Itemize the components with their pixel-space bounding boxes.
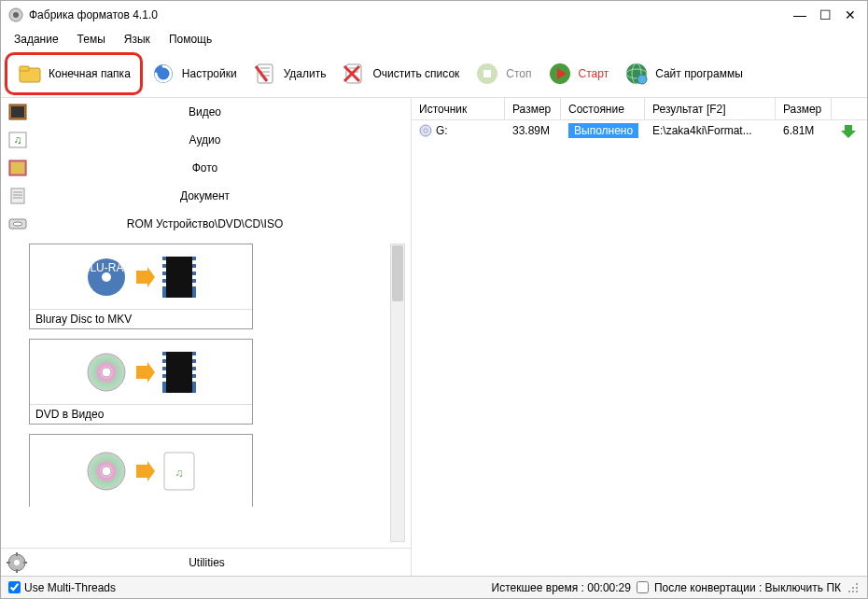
svg-marker-51 bbox=[136, 362, 155, 383]
multithread-label: Use Multi-Threads bbox=[24, 581, 116, 594]
svg-point-50 bbox=[102, 368, 111, 377]
category-document[interactable]: Документ bbox=[1, 182, 411, 210]
multithread-checkbox[interactable] bbox=[8, 581, 21, 593]
category-rom[interactable]: ROM Устройство\DVD\CD\ISO bbox=[1, 210, 411, 238]
svg-point-79 bbox=[848, 591, 850, 592]
maximize-button[interactable]: ☐ bbox=[819, 7, 832, 22]
svg-rect-61 bbox=[192, 378, 196, 382]
audio-icon: ♫ bbox=[7, 131, 29, 149]
category-rom-label: ROM Устройство\DVD\CD\ISO bbox=[36, 217, 405, 230]
cell-action[interactable] bbox=[832, 121, 867, 140]
menubar: Задание Темы Язык Помощь bbox=[1, 29, 867, 49]
svg-rect-41 bbox=[162, 260, 166, 264]
elapsed-time: Истекшее время : 00:00:29 bbox=[492, 581, 631, 594]
preset-bluray-mkv[interactable]: BLU-RAY Bluray Disc to MKV bbox=[29, 244, 253, 329]
menu-task[interactable]: Задание bbox=[7, 31, 66, 48]
preset-dvd-video[interactable]: DVD в Видео bbox=[29, 339, 253, 425]
svg-point-68 bbox=[14, 560, 20, 565]
th-source[interactable]: Источник bbox=[412, 98, 505, 119]
preset-scrollbar[interactable] bbox=[390, 244, 405, 542]
svg-marker-64 bbox=[136, 461, 155, 481]
clear-list-label: Очистить список bbox=[372, 67, 459, 80]
svg-rect-3 bbox=[20, 66, 29, 71]
svg-point-77 bbox=[852, 587, 854, 589]
svg-rect-48 bbox=[192, 283, 196, 286]
stop-button[interactable]: Стоп bbox=[467, 57, 539, 91]
preset-art: BLU-RAY bbox=[30, 244, 252, 309]
website-button[interactable]: Сайт программы bbox=[616, 57, 750, 91]
minimize-button[interactable]: — bbox=[793, 7, 806, 22]
svg-rect-40 bbox=[166, 257, 192, 298]
website-label: Сайт программы bbox=[655, 67, 743, 80]
svg-rect-16 bbox=[483, 70, 491, 77]
gear-icon bbox=[7, 552, 27, 573]
th-size[interactable]: Размер bbox=[505, 98, 561, 119]
svg-rect-53 bbox=[166, 352, 192, 393]
settings-button[interactable]: Настройки bbox=[143, 57, 245, 91]
globe-icon bbox=[623, 61, 650, 87]
svg-rect-46 bbox=[192, 268, 196, 272]
scrollbar-thumb[interactable] bbox=[392, 245, 403, 301]
delete-icon bbox=[252, 61, 278, 87]
category-document-label: Документ bbox=[36, 189, 405, 202]
svg-rect-55 bbox=[162, 363, 166, 367]
output-folder-label: Конечная папка bbox=[49, 67, 131, 80]
category-video[interactable]: Видео bbox=[1, 98, 411, 126]
utilities-label: Utilities bbox=[35, 556, 405, 569]
settings-icon bbox=[150, 61, 176, 87]
photo-icon bbox=[7, 159, 29, 177]
svg-rect-58 bbox=[192, 355, 196, 359]
disc-icon bbox=[419, 124, 432, 137]
cell-state: Выполнено bbox=[561, 121, 645, 140]
clear-list-icon bbox=[341, 61, 367, 87]
delete-label: Удалить bbox=[284, 67, 327, 80]
svg-rect-57 bbox=[162, 378, 166, 382]
category-photo[interactable]: Фото bbox=[1, 154, 411, 182]
preset-dvd-audio[interactable]: ♫ bbox=[29, 434, 253, 507]
svg-rect-43 bbox=[162, 275, 166, 279]
svg-text:♫: ♫ bbox=[14, 133, 22, 146]
th-state[interactable]: Состояние bbox=[561, 98, 645, 119]
cell-source: G: bbox=[436, 124, 448, 137]
stop-label: Стоп bbox=[506, 67, 531, 80]
arrow-right-icon bbox=[134, 362, 155, 383]
shutdown-checkbox[interactable] bbox=[637, 581, 649, 593]
th-result[interactable]: Результат [F2] bbox=[645, 98, 776, 119]
arrow-right-icon bbox=[134, 461, 155, 481]
table-header: Источник Размер Состояние Результат [F2]… bbox=[412, 98, 867, 120]
category-audio[interactable]: ♫ Аудио bbox=[1, 126, 411, 154]
svg-marker-75 bbox=[841, 125, 856, 138]
close-button[interactable]: ✕ bbox=[845, 7, 856, 22]
resize-grip-icon[interactable] bbox=[847, 581, 860, 594]
output-folder-button[interactable]: Конечная папка bbox=[9, 57, 138, 91]
svg-point-1 bbox=[13, 12, 19, 18]
menu-themes[interactable]: Темы bbox=[70, 31, 113, 48]
svg-point-22 bbox=[637, 75, 647, 84]
svg-point-80 bbox=[852, 591, 854, 592]
utilities-row[interactable]: Utilities bbox=[1, 548, 411, 576]
menu-help[interactable]: Помощь bbox=[161, 31, 219, 48]
start-button[interactable]: Старт bbox=[539, 57, 617, 91]
cell-size: 33.89M bbox=[505, 122, 561, 139]
document-icon bbox=[7, 187, 29, 205]
category-video-label: Видео bbox=[36, 105, 405, 118]
th-size2[interactable]: Размер bbox=[776, 98, 832, 119]
table-row[interactable]: G: 33.89M Выполнено E:\zaka4ki\Format...… bbox=[412, 120, 867, 141]
svg-marker-38 bbox=[136, 267, 155, 287]
disc-drive-icon bbox=[7, 215, 29, 233]
start-icon bbox=[547, 61, 573, 87]
svg-point-78 bbox=[856, 587, 858, 589]
delete-button[interactable]: Удалить bbox=[245, 57, 334, 91]
statusbar: Use Multi-Threads Истекшее время : 00:00… bbox=[1, 576, 867, 598]
clear-list-button[interactable]: Очистить список bbox=[333, 57, 467, 91]
svg-text:♫: ♫ bbox=[175, 467, 184, 480]
preset-art bbox=[30, 340, 252, 404]
svg-rect-56 bbox=[162, 370, 166, 374]
svg-point-76 bbox=[856, 583, 858, 585]
window-title: Фабрика форматов 4.1.0 bbox=[29, 8, 793, 21]
toolbar: Конечная папка Настройки Удалить Очистит… bbox=[1, 49, 867, 98]
preset-label: Bluray Disc to MKV bbox=[30, 309, 252, 328]
arrow-right-icon bbox=[134, 267, 155, 287]
svg-rect-28 bbox=[11, 162, 24, 174]
menu-language[interactable]: Язык bbox=[117, 31, 158, 48]
